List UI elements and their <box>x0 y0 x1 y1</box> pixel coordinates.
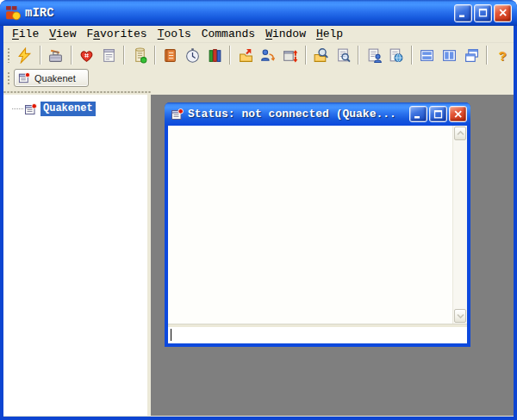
toolbar-separator <box>486 46 488 65</box>
maximize-button[interactable] <box>474 4 492 22</box>
status-window-body <box>168 126 467 343</box>
scroll-down-button[interactable] <box>454 309 466 323</box>
tile-horizontal-icon <box>419 47 435 64</box>
clock-icon <box>184 47 201 64</box>
close-icon <box>500 9 506 15</box>
scroll-icon <box>132 47 148 64</box>
page-user-icon <box>366 47 383 64</box>
close-icon <box>455 111 461 117</box>
message-input[interactable] <box>168 327 467 343</box>
main-area: Quakenet Status: not connected (Quake... <box>3 95 514 417</box>
status-maximize-button[interactable] <box>429 106 447 122</box>
status-close-button[interactable] <box>449 106 467 122</box>
toolbar-grip[interactable] <box>7 47 10 63</box>
close-button[interactable] <box>494 4 512 22</box>
toolbar-separator <box>154 46 156 65</box>
menu-view[interactable]: View <box>44 26 81 43</box>
rebar-edge <box>3 89 514 95</box>
send-file-button[interactable] <box>234 45 257 65</box>
find-folder-button[interactable] <box>310 45 333 65</box>
status-window-titlebar[interactable]: Status: not connected (Quake... <box>165 102 470 126</box>
menu-commands[interactable]: Commands <box>196 26 260 43</box>
lightning-icon <box>16 47 33 64</box>
window-tree-panel: Quakenet <box>3 95 147 416</box>
scroll-up-button[interactable] <box>454 127 466 140</box>
tree-branch-line <box>12 108 23 109</box>
toolbar-separator <box>71 46 72 65</box>
script-editor-button[interactable] <box>128 45 151 65</box>
search-folder-icon <box>313 47 329 64</box>
switchbar: Quakenet <box>3 67 514 89</box>
tree-item-label: Quakenet <box>40 102 96 116</box>
switchbar-button-label: Quakenet <box>34 73 76 83</box>
minimize-icon <box>414 116 420 119</box>
search-page-icon <box>335 47 352 64</box>
menu-file[interactable]: File <box>7 26 44 43</box>
options-button[interactable] <box>45 45 67 65</box>
switch-user-button[interactable] <box>257 45 279 65</box>
heart-icon <box>78 47 95 64</box>
favorites-button[interactable] <box>76 45 98 65</box>
timer-button[interactable] <box>182 45 204 65</box>
minimize-icon <box>459 15 464 18</box>
status-window: Status: not connected (Quake... <box>165 102 470 347</box>
text-caret <box>171 329 171 341</box>
mirc-app-icon <box>5 5 21 21</box>
mirc-window: mIRC File View Favorites Tools Commands … <box>0 0 517 420</box>
tree-item-quakenet[interactable]: Quakenet <box>12 102 147 116</box>
toolbar: ? <box>3 43 514 67</box>
minimize-button[interactable] <box>454 4 472 22</box>
switchbar-grip[interactable] <box>7 71 10 85</box>
chevron-down-icon <box>457 313 464 318</box>
scrollbar-track[interactable] <box>453 141 467 308</box>
vertical-scrollbar <box>452 126 467 324</box>
toolbar-separator <box>358 46 359 65</box>
menu-window[interactable]: Window <box>260 26 311 43</box>
cascade-icon <box>464 47 480 64</box>
toolbox-icon <box>47 47 64 64</box>
notify-list-button[interactable] <box>363 45 385 65</box>
cascade-button[interactable] <box>460 45 483 65</box>
address-book-button[interactable] <box>159 45 182 65</box>
user-arrow-icon <box>259 47 276 64</box>
toolbar-separator <box>40 46 41 65</box>
tile-vertical-icon <box>441 47 458 64</box>
menu-tools[interactable]: Tools <box>153 26 196 43</box>
status-window-icon <box>171 108 184 121</box>
tile-horizontal-button[interactable] <box>416 45 439 65</box>
menu-favorites[interactable]: Favorites <box>81 26 152 43</box>
page-globe-icon <box>388 47 404 64</box>
chevron-up-icon <box>457 131 464 136</box>
channels-list-button[interactable] <box>97 45 120 65</box>
tile-vertical-button[interactable] <box>439 45 461 65</box>
help-books-button[interactable] <box>203 45 226 65</box>
books-icon <box>207 47 223 64</box>
switchbar-button-quakenet[interactable]: Quakenet <box>14 69 89 87</box>
toolbar-separator <box>123 46 125 65</box>
connect-button[interactable] <box>14 45 36 65</box>
window-transfer-icon <box>282 47 298 64</box>
window-title: mIRC <box>25 6 454 20</box>
mdi-background: Status: not connected (Quake... <box>151 95 514 416</box>
status-window-icon <box>18 71 31 84</box>
toolbar-separator <box>411 46 413 65</box>
help-button[interactable]: ? <box>491 45 514 65</box>
help-icon: ? <box>498 48 506 63</box>
address-book-icon <box>162 47 178 64</box>
status-window-title: Status: not connected (Quake... <box>188 108 406 120</box>
folder-arrow-icon <box>238 47 254 64</box>
menu-help[interactable]: Help <box>311 26 348 43</box>
find-text-button[interactable] <box>332 45 354 65</box>
window-titlebar[interactable]: mIRC <box>0 0 517 26</box>
toolbar-separator <box>305 46 307 65</box>
toolbar-separator <box>229 46 231 65</box>
url-list-button[interactable] <box>385 45 408 65</box>
status-minimize-button[interactable] <box>409 106 427 122</box>
menu-bar: File View Favorites Tools Commands Windo… <box>3 26 514 43</box>
status-message-area[interactable] <box>168 126 452 324</box>
status-window-icon <box>24 102 38 116</box>
dcc-button[interactable] <box>279 45 302 65</box>
list-icon <box>101 47 117 64</box>
